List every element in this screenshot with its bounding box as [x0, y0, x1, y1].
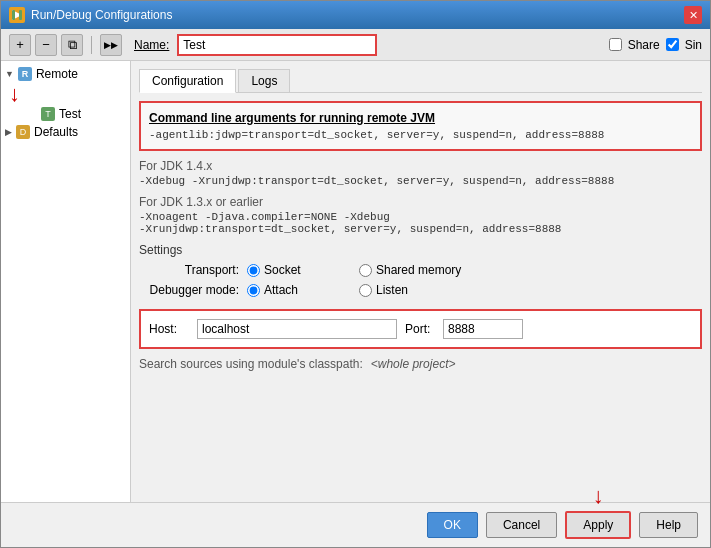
- titlebar-left: Run/Debug Configurations: [9, 7, 172, 23]
- host-port-section: Host: Port:: [139, 309, 702, 349]
- name-label: Name:: [134, 38, 169, 52]
- footer: OK Cancel ↓ Apply Help: [1, 502, 710, 547]
- add-button[interactable]: +: [9, 34, 31, 56]
- jdk13-line2: -Xrunjdwp:transport=dt_socket, server=y,…: [139, 223, 702, 235]
- sidebar-arrow-remote: ↓: [1, 83, 130, 105]
- sidebar-item-remote[interactable]: ▼ R Remote: [1, 65, 130, 83]
- sin-checkbox[interactable]: [666, 38, 679, 51]
- titlebar: Run/Debug Configurations ✕: [1, 1, 710, 29]
- command-line-title: Command line arguments for running remot…: [149, 111, 692, 125]
- jdk14-section: For JDK 1.4.x -Xdebug -Xrunjdwp:transpor…: [139, 159, 702, 187]
- search-sources-row: Search sources using module's classpath:…: [139, 357, 702, 371]
- sin-label: Sin: [685, 38, 702, 52]
- remove-button[interactable]: −: [35, 34, 57, 56]
- expand-arrow: ▶: [5, 127, 12, 137]
- transport-socket-label: Socket: [264, 263, 301, 277]
- debugger-listen-option[interactable]: Listen: [359, 283, 459, 297]
- separator: [91, 36, 92, 54]
- transport-shared-option[interactable]: Shared memory: [359, 263, 461, 277]
- debugger-mode-row: Debugger mode: Attach Listen: [139, 283, 702, 297]
- svg-rect-1: [12, 10, 15, 20]
- transport-shared-radio[interactable]: [359, 264, 372, 277]
- help-button[interactable]: Help: [639, 512, 698, 538]
- jdk14-value: -Xdebug -Xrunjdwp:transport=dt_socket, s…: [139, 175, 702, 187]
- main-content: ▼ R Remote ↓ T Test ▶ D Defaults Configu…: [1, 61, 710, 502]
- ok-button[interactable]: OK: [427, 512, 478, 538]
- jdk13-line1: -Xnoagent -Djava.compiler=NONE -Xdebug: [139, 211, 702, 223]
- svg-rect-2: [19, 10, 22, 20]
- debugger-mode-label: Debugger mode:: [139, 283, 239, 297]
- transport-radio-group: Socket Shared memory: [247, 263, 461, 277]
- arrow-button[interactable]: ▶▶: [100, 34, 122, 56]
- tabs: Configuration Logs: [139, 69, 702, 93]
- toolbar: + − ⧉ ▶▶ Name: Share Sin: [1, 29, 710, 61]
- copy-button[interactable]: ⧉: [61, 34, 83, 56]
- search-sources-label: Search sources using module's classpath:: [139, 357, 363, 371]
- sidebar-item-test[interactable]: T Test: [21, 105, 130, 123]
- host-label: Host:: [149, 322, 189, 336]
- apply-container: ↓ Apply: [565, 511, 631, 539]
- collapse-arrow: ▼: [5, 69, 14, 79]
- window-title: Run/Debug Configurations: [31, 8, 172, 22]
- apply-arrow: ↓: [593, 485, 604, 507]
- window-icon: [9, 7, 25, 23]
- sidebar: ▼ R Remote ↓ T Test ▶ D Defaults: [1, 61, 131, 502]
- command-line-section: Command line arguments for running remot…: [139, 101, 702, 151]
- transport-shared-label: Shared memory: [376, 263, 461, 277]
- test-icon: T: [41, 107, 55, 121]
- content-panel: Configuration Logs Command line argument…: [131, 61, 710, 502]
- settings-title: Settings: [139, 243, 702, 257]
- port-label: Port:: [405, 322, 435, 336]
- debugger-listen-label: Listen: [376, 283, 408, 297]
- host-row: Host: Port:: [149, 319, 692, 339]
- jdk13-label: For JDK 1.3.x or earlier: [139, 195, 702, 209]
- transport-label: Transport:: [139, 263, 239, 277]
- remote-label: Remote: [36, 67, 78, 81]
- test-label: Test: [59, 107, 81, 121]
- jdk14-label: For JDK 1.4.x: [139, 159, 702, 173]
- tab-configuration[interactable]: Configuration: [139, 69, 236, 93]
- command-line-value: -agentlib:jdwp=transport=dt_socket, serv…: [149, 129, 692, 141]
- tab-logs[interactable]: Logs: [238, 69, 290, 92]
- apply-button[interactable]: Apply: [565, 511, 631, 539]
- main-window: Run/Debug Configurations ✕ + − ⧉ ▶▶ Name…: [0, 0, 711, 548]
- sidebar-item-defaults[interactable]: ▶ D Defaults: [1, 123, 130, 141]
- transport-socket-radio[interactable]: [247, 264, 260, 277]
- name-input[interactable]: [177, 34, 377, 56]
- transport-socket-option[interactable]: Socket: [247, 263, 347, 277]
- debugger-listen-radio[interactable]: [359, 284, 372, 297]
- transport-row: Transport: Socket Shared memory: [139, 263, 702, 277]
- host-input[interactable]: [197, 319, 397, 339]
- debugger-attach-label: Attach: [264, 283, 298, 297]
- jdk13-section: For JDK 1.3.x or earlier -Xnoagent -Djav…: [139, 195, 702, 235]
- defaults-icon: D: [16, 125, 30, 139]
- debugger-attach-option[interactable]: Attach: [247, 283, 347, 297]
- search-sources-value: <whole project>: [371, 357, 456, 371]
- remote-icon: R: [18, 67, 32, 81]
- share-checkbox[interactable]: [609, 38, 622, 51]
- cancel-button[interactable]: Cancel: [486, 512, 557, 538]
- defaults-label: Defaults: [34, 125, 78, 139]
- debugger-attach-radio[interactable]: [247, 284, 260, 297]
- port-input[interactable]: [443, 319, 523, 339]
- debugger-mode-radio-group: Attach Listen: [247, 283, 459, 297]
- share-row: Share Sin: [609, 38, 702, 52]
- settings-section: Settings Transport: Socket Shared memory: [139, 243, 702, 303]
- close-button[interactable]: ✕: [684, 6, 702, 24]
- name-row: Name:: [134, 34, 377, 56]
- share-label: Share: [628, 38, 660, 52]
